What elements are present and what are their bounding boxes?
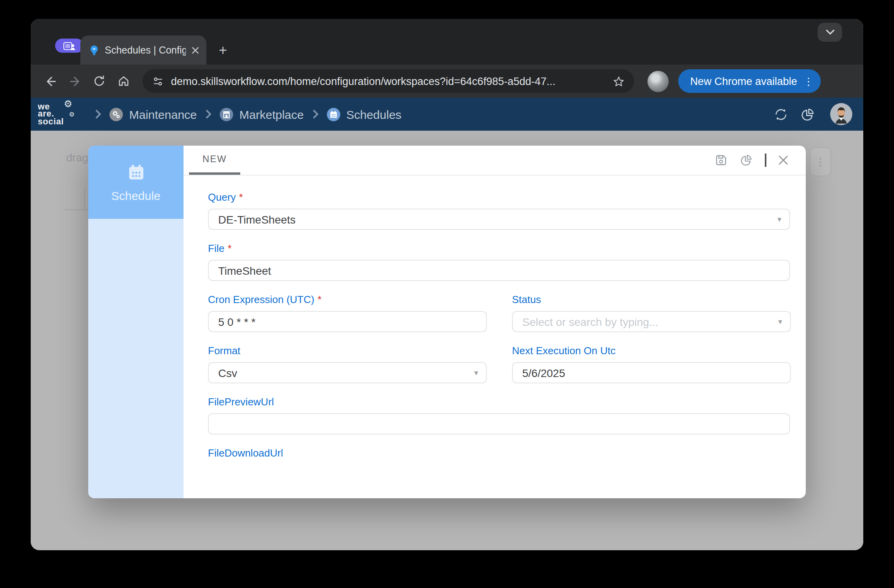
sidebar-item-schedule[interactable]: Schedule [88, 146, 184, 219]
page-content-dimmed: drag ⋮ Schedule NEW [31, 131, 863, 550]
logo-line-3: social [38, 118, 74, 126]
status-select: ▾ [512, 311, 791, 332]
dropdown-caret-icon[interactable]: ▾ [778, 317, 782, 325]
status-column: Status ▾ [512, 294, 791, 332]
format-label: Format [208, 345, 487, 357]
breadcrumb-maintenance[interactable]: Maintenance [109, 107, 197, 121]
browser-account-avatar[interactable] [647, 70, 669, 92]
we-are-social-logo[interactable]: we are. social ⚙ ⚙ [38, 103, 74, 126]
appbar-actions [773, 103, 852, 125]
cron-input[interactable] [208, 311, 487, 332]
cron-column: Cron Expression (UTC) * [208, 294, 487, 332]
required-asterisk: * [228, 242, 232, 254]
screenshot-background: Schedules | Configuration + [0, 0, 894, 588]
pie-chart-icon[interactable] [740, 153, 753, 167]
file-preview-row: FilePreviewUrl [208, 396, 790, 435]
modal-sidebar: Schedule [88, 146, 184, 498]
bookmark-star-icon[interactable] [613, 75, 625, 87]
dropdown-caret-icon[interactable]: ▾ [474, 368, 478, 377]
logo-gear-icon: ⚙ [64, 101, 72, 108]
close-icon[interactable] [778, 155, 788, 165]
user-avatar[interactable] [830, 103, 852, 125]
breadcrumb-maintenance-label: Maintenance [129, 107, 197, 121]
status-label: Status [512, 294, 791, 305]
breadcrumb-marketplace[interactable]: Marketplace [220, 107, 304, 121]
dropdown-caret-icon[interactable]: ▾ [777, 214, 781, 223]
query-row: Query * ▾ [208, 191, 790, 230]
query-input[interactable] [208, 209, 790, 230]
window-chevron-button[interactable] [818, 23, 842, 42]
schedule-modal: Schedule NEW [88, 146, 806, 498]
format-column: Format ▾ [208, 345, 487, 383]
query-label: Query * [208, 191, 790, 203]
format-next-row: Format ▾ Next Execution On Utc [208, 345, 790, 383]
url-bar[interactable]: demo.skillsworkflow.com/home/configurati… [143, 69, 634, 93]
logo-gear-small-icon: ⚙ [69, 111, 75, 118]
reload-icon[interactable] [89, 71, 109, 91]
chrome-update-label: New Chrome available [690, 75, 797, 87]
file-row: File * [208, 242, 790, 281]
modal-main: NEW [184, 146, 806, 498]
file-preview-field [208, 413, 790, 435]
next-execution-field [512, 362, 791, 383]
breadcrumb-chevron-icon [95, 109, 102, 120]
format-input[interactable] [208, 362, 487, 383]
cron-field [208, 311, 487, 332]
file-download-row: FileDownloadUrl [208, 447, 790, 459]
file-input[interactable] [208, 260, 790, 281]
browser-profile-button[interactable] [55, 39, 83, 53]
modal-header: NEW [184, 146, 806, 176]
pie-chart-icon[interactable] [800, 107, 815, 122]
schedule-form: Query * ▾ File * [184, 176, 806, 472]
tab-new[interactable]: NEW [189, 146, 240, 175]
breadcrumb-schedules[interactable]: Schedules [326, 107, 401, 121]
new-tab-button[interactable]: + [214, 42, 232, 59]
site-settings-icon[interactable] [152, 75, 164, 87]
breadcrumb-schedules-label: Schedules [346, 107, 401, 121]
background-grid-lines [84, 189, 85, 210]
file-label: File * [208, 242, 790, 254]
tab-close-icon[interactable] [191, 46, 199, 54]
query-select: ▾ [208, 209, 790, 230]
browser-menu-kebab-icon[interactable]: ⋮ [803, 76, 814, 86]
save-icon[interactable] [714, 153, 728, 167]
breadcrumb-marketplace-label: Marketplace [239, 107, 304, 121]
required-asterisk: * [239, 191, 243, 203]
schedule-calendar-icon [126, 163, 145, 181]
file-preview-label: FilePreviewUrl [208, 396, 790, 408]
next-execution-column: Next Execution On Utc [512, 345, 791, 383]
browser-window: Schedules | Configuration + [31, 19, 863, 550]
marketplace-store-icon [220, 107, 233, 121]
browser-tab[interactable]: Schedules | Configuration [80, 35, 206, 65]
forward-icon[interactable] [65, 71, 85, 91]
breadcrumb-chevron-icon [312, 109, 319, 120]
required-asterisk: * [317, 294, 321, 305]
grid-drag-hint-text: drag [66, 151, 88, 164]
url-text: demo.skillsworkflow.com/home/configurati… [171, 75, 606, 87]
modal-header-actions [714, 146, 806, 175]
tab-title: Schedules | Configuration [105, 44, 186, 55]
next-execution-input[interactable] [512, 362, 791, 383]
cron-status-row: Cron Expression (UTC) * Status [208, 294, 790, 332]
app-breadcrumb-bar: we are. social ⚙ ⚙ Maintenance [31, 98, 863, 131]
page-kebab-menu-button: ⋮ [810, 147, 831, 176]
cron-label: Cron Expression (UTC) * [208, 294, 487, 305]
refresh-icon[interactable] [773, 107, 788, 122]
maintenance-gears-icon [109, 107, 123, 121]
format-select: ▾ [208, 362, 487, 383]
back-icon[interactable] [40, 71, 61, 91]
file-download-label: FileDownloadUrl [208, 447, 790, 459]
divider [765, 153, 766, 167]
chrome-update-button[interactable]: New Chrome available ⋮ [678, 69, 821, 93]
chevron-down-icon [825, 29, 835, 35]
home-icon[interactable] [113, 71, 134, 91]
schedules-calendar-icon [326, 107, 340, 121]
tab-strip: Schedules | Configuration + [31, 19, 863, 65]
status-input[interactable] [512, 311, 791, 332]
file-preview-input[interactable] [208, 413, 790, 435]
profile-tablet-user-icon [63, 41, 76, 50]
next-execution-label: Next Execution On Utc [512, 345, 791, 357]
breadcrumb-chevron-icon [205, 109, 212, 120]
browser-toolbar: demo.skillsworkflow.com/home/configurati… [31, 65, 863, 98]
tab-favicon-lightbulb-icon [89, 44, 99, 55]
